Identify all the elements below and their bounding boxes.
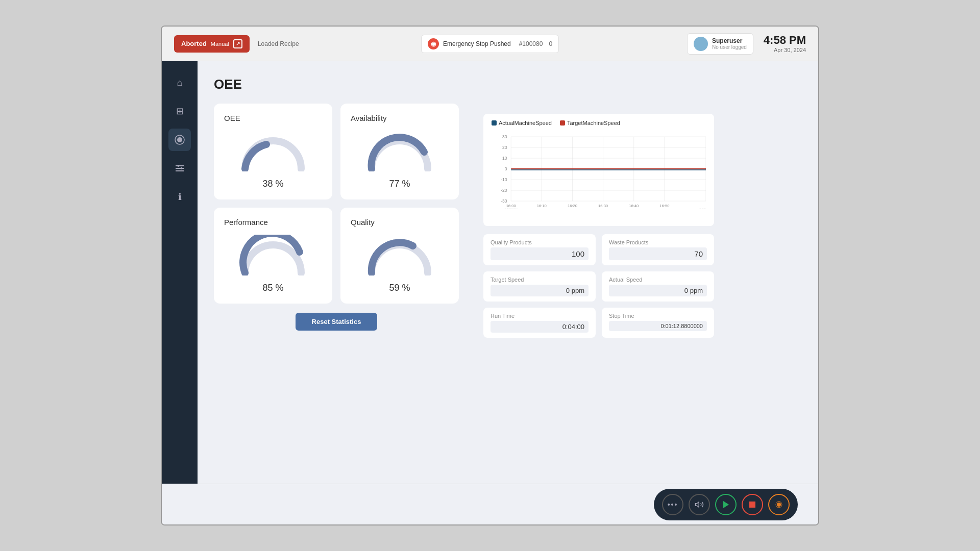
target-speed-block: Target Speed 0 ppm [483,271,596,302]
estop-text: Emergency Stop Pushed [443,40,511,47]
chart-legend: ActualMachineSpeed TargetMachineSpeed [492,120,706,126]
actual-speed-block: Actual Speed 0 ppm [602,271,714,302]
performance-title: Performance [224,218,268,227]
svg-text:16:00: 16:00 [506,204,516,208]
oee-value: 38 % [262,179,283,189]
page-area: OEE OEE [198,61,818,484]
manual-label: Manual [211,41,229,47]
time-date: Apr 30, 2024 [764,47,806,53]
sidebar-item-info[interactable]: ℹ [168,186,191,208]
legend-target-label: TargetMachineSpeed [567,120,620,126]
user-avatar [694,37,708,51]
sidebar-item-grid[interactable]: ⊞ [168,100,191,122]
target-speed-value: 0 ppm [491,285,589,296]
legend-actual-label: ActualMachineSpeed [499,120,552,126]
actual-speed-value: 0 ppm [609,285,707,296]
estop-count: 0 [549,40,552,47]
chart-svg: 30 20 10 0 -10 -20 -30 16:00 04/30/24 16… [492,130,706,209]
more-button[interactable]: ••• [662,494,683,515]
sidebar-item-oee[interactable] [168,129,191,151]
sidebar-item-home[interactable]: ⌂ [168,71,191,94]
svg-text:20: 20 [502,145,507,150]
quality-title: Quality [351,218,375,227]
svg-text:16:50: 16:50 [659,204,669,208]
header-right: Superuser No user logged 4:58 PM Apr 30,… [595,33,806,55]
run-time-value: 0:04:00 [491,321,589,333]
record-button[interactable] [768,494,790,515]
time-main: 4:58 PM [764,34,806,46]
aborted-button[interactable]: Aborted Manual ↗ [174,35,250,53]
waste-products-label: Waste Products [609,239,707,245]
svg-text:16:20: 16:20 [568,204,577,208]
right-panel: ActualMachineSpeed TargetMachineSpeed [471,104,726,348]
legend-actual: ActualMachineSpeed [492,120,552,126]
svg-point-42 [777,503,781,507]
availability-gauge [364,131,435,171]
quality-card: Quality 59 % [340,208,459,304]
estop-icon: ◉ [428,38,439,49]
oee-card: OEE 38 % [214,104,332,199]
quality-products-value: 100 [491,247,589,260]
header-center: ◉ Emergency Stop Pushed #100080 0 [385,35,596,53]
svg-marker-39 [723,501,729,508]
play-button[interactable] [715,494,737,515]
stop-time-block: Stop Time 0:01:12.8800000 [602,308,714,338]
run-time-label: Run Time [491,313,589,319]
sidebar-item-filter[interactable] [168,157,191,180]
reset-statistics-button[interactable]: Reset Statistics [296,313,378,331]
oee-card-title: OEE [224,114,240,122]
header-left: Aborted Manual ↗ Loaded Recipe [174,35,385,53]
availability-card: Availability 77 % [340,104,459,199]
left-column: OEE 38 % [214,104,459,331]
availability-title: Availability [351,114,387,122]
aborted-label: Aborted [181,40,207,47]
oee-grid: OEE 38 % [214,104,459,304]
svg-rect-40 [749,502,755,508]
user-sub: No user logged [712,44,747,50]
header: Aborted Manual ↗ Loaded Recipe ◉ Emergen… [162,27,818,61]
legend-actual-dot [492,120,497,126]
emergency-stop-widget: ◉ Emergency Stop Pushed #100080 0 [421,35,559,53]
svg-text:-20: -20 [501,188,507,193]
quality-products-block: Quality Products 100 [483,234,596,265]
external-link-icon: ↗ [233,39,242,48]
loaded-recipe-label: Loaded Recipe [258,40,299,47]
stop-button[interactable] [742,494,763,515]
user-badge[interactable]: Superuser No user logged [687,33,753,55]
stats-grid: Quality Products 100 Waste Products 70 T… [483,234,714,338]
time-display: 4:58 PM Apr 30, 2024 [764,34,806,53]
quality-products-label: Quality Products [491,239,589,245]
svg-text:30: 30 [502,134,507,139]
svg-text:10: 10 [502,156,507,161]
estop-num: #100080 [519,40,543,47]
target-speed-label: Target Speed [491,277,589,283]
waste-products-block: Waste Products 70 [602,234,714,265]
sidebar: ⌂ ⊞ ℹ [162,61,198,484]
actual-speed-label: Actual Speed [609,277,707,283]
performance-value: 85 % [262,283,283,293]
svg-point-1 [177,137,182,142]
availability-value: 77 % [389,179,410,189]
svg-text:04/30/24: 04/30/24 [504,208,518,209]
svg-text:04/30/24: 04/30/24 [699,208,706,209]
volume-button[interactable] [689,494,710,515]
svg-marker-38 [696,502,699,507]
svg-text:-30: -30 [501,198,507,204]
user-name: Superuser [712,37,747,44]
stop-time-value: 0:01:12.8800000 [609,321,707,331]
performance-gauge [237,235,309,276]
legend-target-dot [560,120,565,126]
svg-text:0: 0 [505,166,507,171]
run-time-block: Run Time 0:04:00 [483,308,596,338]
legend-target: TargetMachineSpeed [560,120,620,126]
svg-text:16:40: 16:40 [629,204,639,208]
svg-text:16:10: 16:10 [537,204,547,208]
reset-row: Reset Statistics [214,313,459,331]
waste-products-value: 70 [609,247,707,260]
performance-card: Performance 85 % [214,208,332,304]
content-row: OEE 38 % [214,104,802,348]
quality-gauge [364,235,435,276]
bottom-controls: ••• [654,489,798,520]
main-content: ⌂ ⊞ ℹ OEE [162,61,818,484]
stop-time-label: Stop Time [609,313,707,319]
